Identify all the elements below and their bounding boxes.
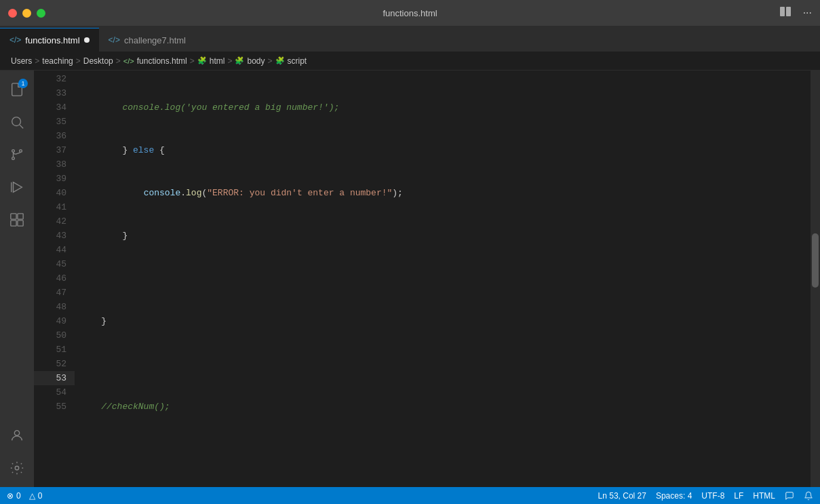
status-bar: ⊗ 0 △ 0 Ln 53, Col 27 Spaces: 4 UTF-8 LF…	[0, 487, 820, 504]
line-num-37: 37	[34, 143, 75, 157]
line-num-43: 43	[34, 229, 75, 243]
line-numbers: 32 33 34 35 36 37 38 39 40 41 42 43 44 4…	[34, 71, 75, 487]
svg-point-15	[15, 466, 19, 470]
cursor-position[interactable]: Ln 53, Col 27	[598, 491, 646, 501]
line-num-55: 55	[34, 400, 75, 414]
line-num-48: 48	[34, 300, 75, 314]
code-line-32: console.log('you entered a big number!')…	[75, 100, 811, 115]
svg-point-2	[12, 117, 21, 126]
code-content[interactable]: console.log('you entered a big number!')…	[75, 71, 811, 487]
code-line-39: //checkNum();	[75, 400, 811, 414]
language-indicator[interactable]: HTML	[753, 491, 775, 501]
line-num-35: 35	[34, 115, 75, 129]
line-num-54: 54	[34, 385, 75, 400]
tab-modified-dot	[84, 37, 90, 43]
breadcrumb: Users > teaching > Desktop > </> functio…	[0, 52, 820, 71]
tab-label: challenge7.html	[124, 35, 186, 45]
breadcrumb-desktop[interactable]: Desktop	[83, 56, 113, 66]
breadcrumb-teaching[interactable]: teaching	[42, 56, 73, 66]
breadcrumb-users[interactable]: Users	[11, 56, 32, 66]
error-number: 0	[16, 491, 21, 501]
line-num-36: 36	[34, 129, 75, 143]
line-num-53: 53	[34, 371, 75, 385]
line-num-40: 40	[34, 186, 75, 200]
split-editor-icon[interactable]	[780, 7, 792, 19]
tab-label: functions.html	[25, 35, 79, 45]
warning-number: 0	[38, 491, 43, 501]
activity-bar: 1	[0, 71, 34, 487]
code-line-41: function upperMessage(message){	[75, 485, 811, 487]
files-icon[interactable]: 1	[3, 76, 31, 103]
code-line-36	[75, 271, 811, 286]
line-num-47: 47	[34, 286, 75, 300]
line-num-46: 46	[34, 271, 75, 286]
line-num-33: 33	[34, 86, 75, 100]
minimize-button[interactable]	[22, 9, 31, 18]
line-num-34: 34	[34, 100, 75, 115]
warning-count[interactable]: △ 0	[29, 491, 43, 501]
line-num-50: 50	[34, 328, 75, 343]
svg-rect-13	[18, 220, 23, 226]
svg-marker-8	[14, 182, 22, 193]
extensions-icon[interactable]	[3, 206, 31, 233]
close-button[interactable]	[8, 9, 17, 18]
tab-functions-html[interactable]: </> functions.html	[0, 28, 99, 52]
titlebar-actions: ···	[780, 7, 812, 19]
line-num-52: 52	[34, 357, 75, 371]
line-num-32: 32	[34, 72, 75, 86]
titlebar: functions.html ···	[0, 0, 820, 26]
line-num-44: 44	[34, 243, 75, 257]
run-icon[interactable]	[3, 174, 31, 201]
settings-icon[interactable]	[3, 454, 31, 482]
line-num-45: 45	[34, 257, 75, 271]
svg-line-3	[20, 125, 23, 128]
svg-point-6	[20, 150, 22, 153]
code-line-34: console.log("ERROR: you didn't enter a n…	[75, 186, 811, 200]
encoding-indicator[interactable]: UTF-8	[701, 491, 724, 501]
svg-point-14	[14, 431, 19, 435]
search-icon[interactable]	[3, 109, 31, 136]
main-area: 1	[0, 71, 820, 487]
account-icon[interactable]	[3, 422, 31, 449]
breadcrumb-file-icon: </>	[123, 57, 134, 65]
line-ending-indicator[interactable]: LF	[734, 491, 743, 501]
svg-rect-1	[786, 7, 791, 16]
tabs-bar: </> functions.html </> challenge7.html	[0, 26, 820, 52]
code-line-33: } else {	[75, 143, 811, 157]
breadcrumb-filename[interactable]: functions.html	[137, 56, 187, 66]
code-line-40	[75, 442, 811, 457]
git-icon[interactable]	[3, 141, 31, 168]
line-num-41: 41	[34, 200, 75, 214]
svg-rect-0	[780, 7, 785, 16]
line-num-42: 42	[34, 214, 75, 229]
svg-rect-10	[11, 214, 16, 219]
breadcrumb-html[interactable]: html	[210, 56, 225, 66]
code-line-38	[75, 357, 811, 371]
code-line-37: }	[75, 314, 811, 328]
warning-icon: △	[29, 491, 35, 501]
status-left: ⊗ 0 △ 0	[0, 491, 49, 501]
feedback-icon[interactable]	[785, 491, 794, 501]
scrollbar-thumb[interactable]	[812, 233, 819, 288]
breadcrumb-html-icon: 🧩	[197, 56, 207, 65]
error-count[interactable]: ⊗ 0	[7, 491, 21, 501]
breadcrumb-script-icon: 🧩	[275, 56, 285, 65]
window-controls	[8, 9, 45, 18]
more-actions-icon[interactable]: ···	[803, 7, 812, 19]
svg-rect-12	[11, 220, 16, 226]
editor-scrollbar[interactable]	[811, 71, 820, 487]
breadcrumb-script[interactable]: script	[288, 56, 307, 66]
maximize-button[interactable]	[37, 9, 45, 18]
line-num-51: 51	[34, 343, 75, 357]
spaces-indicator[interactable]: Spaces: 4	[656, 491, 692, 501]
files-badge: 1	[18, 79, 28, 88]
svg-point-4	[12, 157, 15, 160]
tab-filetype-icon: </>	[109, 35, 120, 45]
code-editor[interactable]: 32 33 34 35 36 37 38 39 40 41 42 43 44 4…	[34, 71, 820, 487]
tab-challenge7-html[interactable]: </> challenge7.html	[99, 28, 195, 52]
notification-icon[interactable]	[804, 491, 813, 501]
line-num-49: 49	[34, 314, 75, 328]
breadcrumb-body[interactable]: body	[247, 56, 265, 66]
line-num-38: 38	[34, 157, 75, 172]
tab-filetype-icon: </>	[9, 35, 21, 45]
